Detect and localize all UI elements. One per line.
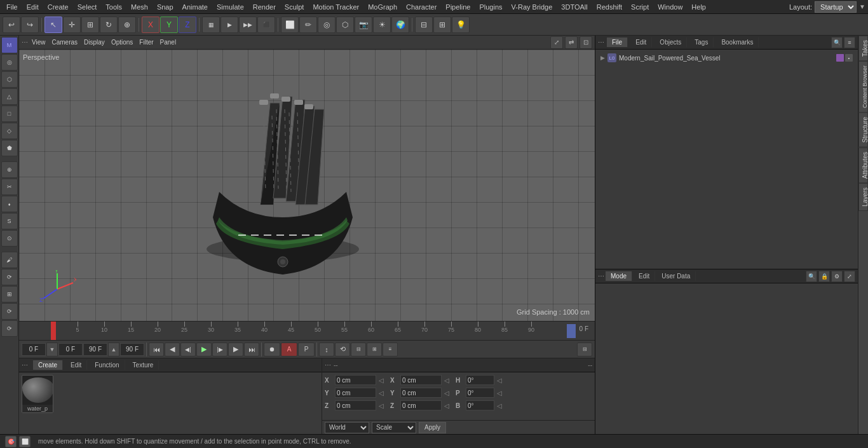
vtab-takes[interactable]: Takes <box>858 36 868 61</box>
move-tool-button[interactable]: ✛ <box>63 17 81 33</box>
menu-mesh[interactable]: Mesh <box>127 2 152 12</box>
attr-lock-button[interactable]: 🔒 <box>818 271 830 282</box>
object-row-vessel[interactable]: ▶ L0 Modern_Sail_Powered_Sea_Vessel • <box>598 52 855 64</box>
timeline-settings-button[interactable]: ≡ <box>383 343 398 356</box>
apply-button[interactable]: Apply <box>419 422 446 433</box>
viewport-expand-button[interactable]: ⤢ <box>550 36 563 49</box>
vtab-content-browser[interactable]: Content Browser <box>858 61 868 112</box>
render-queue-button[interactable]: ⬛ <box>257 17 275 33</box>
scale-tool-button[interactable]: ⊞ <box>81 17 99 33</box>
menu-simulate[interactable]: Simulate <box>213 2 248 12</box>
grid-button[interactable]: ⊞ <box>433 17 451 33</box>
menu-tools[interactable]: Tools <box>102 2 126 12</box>
playhead-indicator[interactable] <box>567 324 576 338</box>
sidebar-mode-3[interactable]: ⬡ <box>1 71 18 88</box>
menu-sculpt[interactable]: Sculpt <box>281 2 308 12</box>
attr-search-button[interactable]: 🔍 <box>806 271 817 282</box>
viewport-layout-button[interactable]: ⊟ <box>577 343 592 356</box>
viewport-menu-icon[interactable]: ⋯ <box>22 39 28 46</box>
display-button[interactable]: 💡 <box>452 17 470 33</box>
viewport-menu-options[interactable]: Options <box>109 37 135 47</box>
menu-motion-tracker[interactable]: Motion Tracker <box>309 2 363 12</box>
menu-script[interactable]: Script <box>627 2 653 12</box>
status-icon-2[interactable]: ⬜ <box>19 436 31 447</box>
ik-button[interactable]: ⟲ <box>335 343 350 356</box>
layout-select[interactable]: Startup <box>815 1 857 13</box>
sidebar-mode-2[interactable]: ◎ <box>1 54 18 71</box>
viewport-zoom-fit-button[interactable]: ⊡ <box>580 36 592 49</box>
menu-file[interactable]: File <box>3 2 22 12</box>
next-keyframe-button[interactable]: |▶ <box>212 343 227 356</box>
object-nurbs-button[interactable]: ◎ <box>318 17 336 33</box>
object-cube-button[interactable]: ⬜ <box>281 17 299 33</box>
frame-up-button[interactable]: ▲ <box>108 343 119 356</box>
menu-redshift[interactable]: Redshift <box>593 2 626 12</box>
object-deform-button[interactable]: ⬡ <box>336 17 354 33</box>
axis-y-button[interactable]: Y <box>160 17 178 33</box>
sidebar-mode-7[interactable]: ⬟ <box>1 140 18 156</box>
menu-window[interactable]: Window <box>654 2 686 12</box>
axis-z-button[interactable]: Z <box>179 17 196 33</box>
sidebar-mode-6[interactable]: ◇ <box>1 123 18 139</box>
coord-panel-icon[interactable]: ⋯ <box>325 362 331 369</box>
coord-z-scale-input[interactable] <box>400 400 442 411</box>
coord-x-scale-input[interactable] <box>400 375 442 385</box>
vtab-attributes[interactable]: Attributes <box>858 147 868 183</box>
start-frame-input[interactable] <box>22 343 46 356</box>
frame-down-button[interactable]: ▼ <box>46 343 58 356</box>
material-function-tab[interactable]: Function <box>90 360 125 370</box>
menu-plugins[interactable]: Plugins <box>475 2 506 12</box>
menu-edit[interactable]: Edit <box>23 2 43 12</box>
menu-3dtoall[interactable]: 3DTOAll <box>557 2 591 12</box>
sidebar-mode-4[interactable]: △ <box>1 88 18 105</box>
attr-mode-tab[interactable]: Mode <box>606 271 632 281</box>
redo-button[interactable]: ↪ <box>21 17 39 33</box>
menu-pipeline[interactable]: Pipeline <box>442 2 474 12</box>
vtab-layers[interactable]: Layers <box>858 183 868 211</box>
viewport-menu-display[interactable]: Display <box>81 37 107 47</box>
sidebar-mode-5[interactable]: □ <box>1 105 18 122</box>
viewport-canvas[interactable]: Perspective Grid Spacing : 1000 cm <box>19 50 595 321</box>
coord-x-pos-input[interactable] <box>335 375 376 385</box>
sidebar-tool-5[interactable]: ⊙ <box>1 230 18 247</box>
sidebar-paint-4[interactable]: ⟳ <box>1 303 18 320</box>
motion-button[interactable]: ↕ <box>319 343 334 356</box>
coord-y-scale-input[interactable] <box>400 388 442 398</box>
undo-button[interactable]: ↩ <box>3 17 20 33</box>
material-create-tab[interactable]: Create <box>33 360 63 370</box>
objects-search-button[interactable]: 🔍 <box>831 37 843 48</box>
objects-tags-tab[interactable]: Tags <box>689 37 714 47</box>
objects-filter-button[interactable]: ≡ <box>844 37 855 48</box>
material-edit-tab[interactable]: Edit <box>65 360 87 370</box>
coord-z-pos-input[interactable] <box>335 400 376 411</box>
menu-mograph[interactable]: MoGraph <box>364 2 401 12</box>
menu-select[interactable]: Select <box>74 2 101 12</box>
play-button[interactable]: ▶ <box>196 343 212 356</box>
viewport-swap-button[interactable]: ⇄ <box>565 36 578 49</box>
sidebar-tool-2[interactable]: ✂ <box>1 179 18 195</box>
sidebar-mode-live[interactable]: M <box>1 37 18 53</box>
attr-expand-button[interactable]: ⤢ <box>844 271 855 282</box>
coord-p-input[interactable] <box>466 388 494 398</box>
render-region-button[interactable]: ▦ <box>202 17 220 33</box>
objects-objects-tab[interactable]: Objects <box>654 37 687 47</box>
objects-bookmarks-tab[interactable]: Bookmarks <box>716 37 759 47</box>
object-light-button[interactable]: ☀ <box>373 17 391 33</box>
end-frame-input[interactable] <box>83 343 107 356</box>
material-swatch-water[interactable]: water_p <box>22 375 53 413</box>
attr-edit-tab[interactable]: Edit <box>634 271 655 281</box>
timeline-ruler[interactable]: 0 5 10 15 20 25 30 35 40 <box>19 321 595 340</box>
auto-key-button[interactable]: A <box>281 343 297 356</box>
snap-button[interactable]: ⊟ <box>415 17 433 33</box>
menu-character[interactable]: Character <box>402 2 440 12</box>
menu-create[interactable]: Create <box>44 2 72 12</box>
material-panel-icon[interactable]: ⋯ <box>22 362 28 369</box>
coord-y-pos-input[interactable] <box>335 388 376 398</box>
preview-end-input[interactable] <box>120 343 144 356</box>
viewport-menu-filter[interactable]: Filter <box>137 37 156 47</box>
viewport-menu-view[interactable]: View <box>29 37 48 47</box>
menu-vray[interactable]: V-Ray Bridge <box>508 2 557 12</box>
sidebar-tool-1[interactable]: ⊕ <box>1 161 18 178</box>
attr-settings-button[interactable]: ⚙ <box>831 271 843 282</box>
viewport-menu-cameras[interactable]: Cameras <box>50 37 81 47</box>
